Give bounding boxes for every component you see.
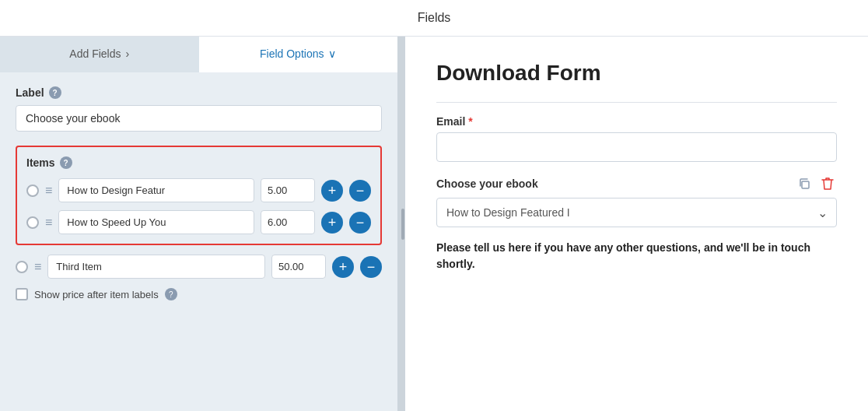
panel-content: Label ? Items ? ≡ + − <box>0 72 397 411</box>
item-3-drag-handle[interactable]: ≡ <box>34 260 41 274</box>
show-price-row: Show price after item labels ? <box>16 288 382 300</box>
tabs-container: Add Fields › Field Options ∨ <box>0 37 397 72</box>
item-row-2: ≡ + − <box>26 210 371 234</box>
item-1-text-input[interactable] <box>58 178 254 202</box>
item-3-radio[interactable] <box>16 261 28 273</box>
ebook-label-row: Choose your ebook <box>436 174 837 193</box>
page-title: Fields <box>418 11 451 24</box>
ebook-label-text: Choose your ebook <box>436 177 538 190</box>
item-2-price-input[interactable] <box>261 210 315 234</box>
email-field-label: Email * <box>436 115 837 128</box>
email-required-star: * <box>468 115 472 128</box>
label-input[interactable] <box>16 105 382 132</box>
item-1-price-input[interactable] <box>261 178 315 202</box>
tab-add-fields-label: Add Fields <box>69 47 121 60</box>
item-2-radio[interactable] <box>26 216 39 229</box>
svg-rect-0 <box>802 181 809 188</box>
chevron-down-icon: ∨ <box>328 47 336 60</box>
item-2-drag-handle[interactable]: ≡ <box>45 216 52 230</box>
right-panel: Download Form Email * Choose your ebook <box>405 37 868 411</box>
show-price-help-icon[interactable]: ? <box>165 288 177 300</box>
item-3-add-button[interactable]: + <box>332 256 354 278</box>
item-1-drag-handle[interactable]: ≡ <box>45 184 52 198</box>
form-note: Please tell us here if you have any othe… <box>436 240 837 272</box>
items-section-header: Items ? <box>26 156 371 169</box>
page-header: Fields <box>0 0 868 37</box>
item-2-text-input[interactable] <box>58 210 254 234</box>
item-1-add-button[interactable]: + <box>321 180 343 202</box>
label-section-header: Label ? <box>16 86 382 99</box>
left-panel: Add Fields › Field Options ∨ Label ? Ite… <box>0 37 401 411</box>
ebook-delete-icon[interactable] <box>818 174 837 193</box>
item-2-remove-button[interactable]: − <box>349 212 371 234</box>
item-3-text-input[interactable] <box>47 255 265 279</box>
item-3-remove-button[interactable]: − <box>360 256 382 278</box>
email-label-text: Email <box>436 115 465 128</box>
items-label-text: Items <box>26 156 55 169</box>
show-price-checkbox[interactable] <box>16 288 28 300</box>
ebook-copy-icon[interactable] <box>795 174 814 193</box>
form-divider <box>436 102 837 103</box>
item-3-price-input[interactable] <box>271 255 326 279</box>
show-price-label: Show price after item labels <box>34 289 159 300</box>
tab-add-fields[interactable]: Add Fields › <box>0 37 199 72</box>
main-layout: Add Fields › Field Options ∨ Label ? Ite… <box>0 37 868 411</box>
ebook-select[interactable]: How to Design Featured I How to Speed Up… <box>436 198 837 227</box>
label-help-icon[interactable]: ? <box>49 86 61 99</box>
panel-divider <box>401 37 405 411</box>
ebook-field-container: Choose your ebook <box>436 174 837 227</box>
email-input[interactable] <box>436 132 837 162</box>
item-1-radio[interactable] <box>26 184 39 197</box>
item-2-add-button[interactable]: + <box>321 212 343 234</box>
ebook-select-wrapper: How to Design Featured I How to Speed Up… <box>436 198 837 227</box>
tab-field-options-label: Field Options <box>260 47 324 60</box>
form-title: Download Form <box>436 60 837 86</box>
chevron-right-icon: › <box>125 47 129 60</box>
item-row-1: ≡ + − <box>26 178 371 202</box>
items-help-icon[interactable]: ? <box>60 156 72 169</box>
ebook-action-icons <box>795 174 837 193</box>
item-1-remove-button[interactable]: − <box>349 180 371 202</box>
tab-field-options[interactable]: Field Options ∨ <box>199 37 398 72</box>
item-row-3: ≡ + − <box>16 255 382 279</box>
items-section: Items ? ≡ + − ≡ + <box>16 146 382 245</box>
label-text: Label <box>16 86 44 99</box>
